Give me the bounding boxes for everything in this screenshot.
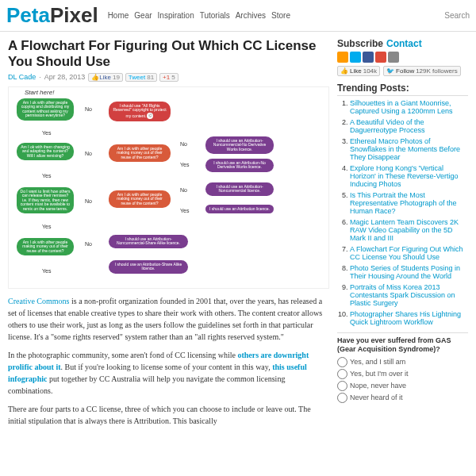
poll-opt-3[interactable]: Nope, never have — [337, 381, 468, 391]
flow-no-5: No — [180, 187, 187, 193]
fb-like-button[interactable]: 👍 Like19 — [88, 73, 123, 82]
article-para-1: Creative Commons is a non-profit organiz… — [8, 295, 329, 343]
flow-q1: Am I ok with other people copying and di… — [17, 98, 74, 121]
article-date: Apr 28, 2013 — [44, 73, 86, 81]
flow-start-label: Start here! — [25, 89, 54, 96]
trend-link-5[interactable]: Is This Portrait the Most Representative… — [350, 191, 457, 215]
cc-link[interactable]: Creative Commons — [8, 297, 70, 305]
twitter-icon[interactable] — [350, 52, 361, 63]
poll-box: Have you ever suffered from GAS (Gear Ac… — [337, 332, 468, 403]
tw-follow-label: Follow — [396, 67, 414, 75]
trend-link-8[interactable]: Photo Series of Students Posing in Their… — [350, 264, 460, 280]
trending-title: Trending Posts: — [337, 83, 468, 96]
author-link[interactable]: DL Cade — [8, 73, 36, 81]
poll-label-4: Never heard of it — [350, 393, 403, 401]
article-title: A Flowchart For Figuring Out Which CC Li… — [8, 38, 329, 71]
flow-yes-4: Yes — [42, 268, 51, 274]
trend-link-1[interactable]: Silhouettes in a Giant Moonrise, Capture… — [350, 99, 453, 115]
fb-like-w-count: 104k — [363, 67, 377, 75]
flow-yes-1: Yes — [42, 130, 51, 136]
search-link[interactable]: Search — [444, 11, 470, 20]
poll-opt-4[interactable]: Never heard of it — [337, 393, 468, 403]
tw-follow-count: 129K followers — [416, 67, 457, 75]
poll-radio-1[interactable] — [337, 357, 347, 367]
trending-list: Silhouettes in a Giant Moonrise, Capture… — [337, 99, 468, 326]
site-logo[interactable]: PetaPixel — [6, 3, 98, 28]
gplus-count: 5 — [171, 74, 175, 81]
flow-result-by-nc: I should use an Attribution-Noncommercia… — [205, 182, 274, 196]
poll-question: Have you ever suffered from GAS (Gear Ac… — [337, 336, 468, 354]
trend-link-2[interactable]: A Beautiful Video of the Daguerreotype P… — [350, 118, 425, 134]
trend-link-3[interactable]: Ethereal Macro Photos of Snowflakes in t… — [350, 137, 460, 161]
flow-yes-3: Yes — [42, 224, 51, 229]
main-nav: Home Gear Inspiration Tutorials Archives… — [108, 11, 290, 20]
tweet-count: 81 — [147, 74, 154, 81]
flow-yes-3b: Yes — [180, 208, 189, 213]
flow-q4: Am I ok with other people making money o… — [17, 238, 74, 256]
byline: DL Cade · Apr 28, 2013 👍 Like19 Tweet81 … — [8, 73, 329, 82]
para2-a: In the photographic community, some aren… — [8, 351, 237, 359]
trend-link-4[interactable]: Explore Hong Kong's 'Vertical Horizon' i… — [350, 164, 459, 188]
gplus-label: +1 — [163, 74, 170, 81]
flow-result-by-nc-nd: I should use an Attribution-Noncommercia… — [205, 136, 274, 155]
gplus-icon[interactable] — [375, 52, 386, 63]
flow-result-by: I should use an Attribution licence. — [205, 205, 274, 214]
poll-radio-3[interactable] — [337, 381, 347, 391]
nav-home[interactable]: Home — [108, 11, 129, 20]
poll-radio-4[interactable] — [337, 393, 347, 403]
trend-link-10[interactable]: Photographer Shares His Lightning Quick … — [350, 310, 461, 326]
trending-box: Trending Posts: Silhouettes in a Giant M… — [337, 83, 468, 326]
poll-opt-2[interactable]: Yes, but I'm over it — [337, 369, 468, 379]
flow-q3b: Am I ok with other people making money o… — [109, 190, 171, 209]
nav-gear[interactable]: Gear — [134, 11, 152, 20]
para2-e: put together by CC Australia will help y… — [8, 374, 285, 395]
flow-q2: Am I ok with them changing and adapting … — [17, 143, 74, 161]
trend-link-9[interactable]: Portraits of Miss Korea 2013 Contestants… — [350, 283, 455, 307]
article-para-2: In the photographic community, some aren… — [8, 349, 329, 397]
flow-no-3: No — [180, 141, 187, 147]
nav-tutorials[interactable]: Tutorials — [200, 11, 230, 20]
sidebar: Subscribe Contact 👍Like 104k 🐦Follow 129… — [337, 38, 468, 433]
logo-part-a: Peta — [6, 3, 50, 28]
poll-label-3: Nope, never have — [350, 382, 406, 390]
flow-yes-2b: Yes — [180, 162, 189, 167]
nav-store[interactable]: Store — [271, 11, 290, 20]
poll-label-1: Yes, and I still am — [350, 358, 405, 366]
poll-radio-2[interactable] — [337, 369, 347, 379]
flow-q3: Do I want to limit how others can releas… — [17, 187, 74, 214]
subscribe-heading[interactable]: Subscribe — [337, 38, 383, 49]
flow-q2b: Am I ok with other people making money o… — [109, 144, 171, 163]
social-icon-row — [337, 52, 468, 63]
poll-label-2: Yes, but I'm over it — [350, 370, 408, 378]
email-icon[interactable] — [388, 52, 399, 63]
contact-heading[interactable]: Contact — [386, 38, 422, 49]
nav-archives[interactable]: Archives — [236, 11, 266, 20]
copyright-icon: © — [147, 113, 153, 119]
tweet-label: Tweet — [129, 74, 145, 81]
tw-follow-widget[interactable]: 🐦Follow 129K followers — [383, 66, 461, 76]
header: PetaPixel Home Gear Inspiration Tutorial… — [0, 0, 476, 32]
byline-sep: · — [39, 73, 41, 81]
trend-link-7[interactable]: A Flowchart For Figuring Out Which CC Li… — [350, 245, 463, 261]
fb-like-label: Like — [99, 74, 111, 81]
flow-no-6: No — [85, 241, 92, 247]
nav-inspiration[interactable]: Inspiration — [158, 11, 194, 20]
flow-no-2: No — [85, 151, 92, 156]
flow-no-4: No — [85, 198, 92, 204]
para2-c: . But if you're looking to license some … — [60, 363, 272, 371]
flow-result-by-nd: I should use an Attribution-No Derivativ… — [205, 159, 274, 172]
flow-result-by-nc-sa: I should use an Attribution-Noncommercia… — [109, 235, 188, 248]
flow-result-by-sa: I should use an Attribution-Share Alike … — [109, 260, 188, 274]
article-para-3: There are four parts to a CC license, th… — [8, 403, 329, 427]
fb-like-widget[interactable]: 👍Like 104k — [337, 66, 380, 76]
fb-like-w-label: Like — [350, 67, 362, 75]
gplus-button[interactable]: +15 — [159, 73, 178, 82]
rss-icon[interactable] — [337, 52, 348, 63]
poll-opt-1[interactable]: Yes, and I still am — [337, 357, 468, 367]
flow-yes-2: Yes — [42, 173, 51, 178]
logo-part-b: Pixel — [50, 3, 98, 28]
facebook-icon[interactable] — [363, 52, 374, 63]
flowchart-image: Start here! Am I ok with other people co… — [8, 86, 329, 289]
trend-link-6[interactable]: Magic Lantern Team Discovers 2K RAW Vide… — [350, 218, 459, 242]
tweet-button[interactable]: Tweet81 — [125, 73, 157, 82]
